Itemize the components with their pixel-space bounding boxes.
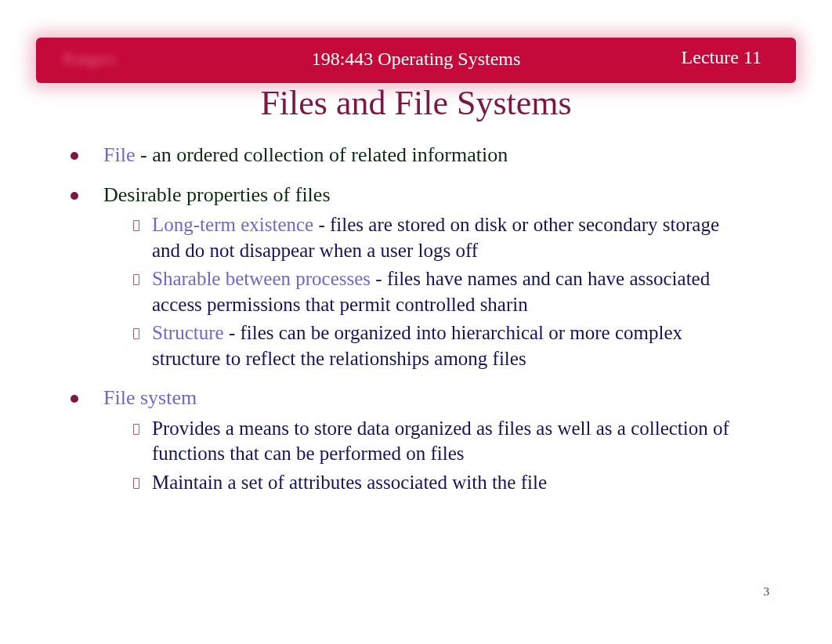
bullet-file-system: File system Provides a means to store da… [71,385,752,495]
desc-fs-provides: Provides a means to store data organized… [152,418,729,465]
bullet-desirable-properties: Desirable properties of files Long-term … [71,183,752,372]
bullet-file-definition: File - an ordered collection of related … [71,143,752,168]
sub-structure: Structure - files can be organized into … [133,320,752,371]
page-number: 3 [764,585,770,599]
heading-desirable-properties: Desirable properties of files [103,183,331,206]
slide: Rutgers 198:443 Operating Systems Lectur… [0,0,832,644]
sub-sharable: Sharable between processes - files have … [133,266,752,317]
desc-file: an ordered collection of related informa… [152,143,508,166]
header-bar: Rutgers 198:443 Operating Systems Lectur… [36,38,796,83]
sub-fs-attributes: Maintain a set of attributes associated … [133,470,752,496]
term-file: File [103,143,135,166]
sub-long-term-existence: Long-term existence - files are stored o… [133,212,752,263]
desc-structure: - files can be organized into hierarchic… [152,322,682,369]
term-long-term: Long-term existence [152,214,313,235]
term-structure: Structure [152,322,224,343]
slide-content: File - an ordered collection of related … [71,143,752,509]
slide-title: Files and File Systems [0,83,832,123]
sub-fs-provides: Provides a means to store data organized… [133,416,752,467]
sep-file: - [135,143,152,166]
term-sharable: Sharable between processes [152,268,371,289]
header-lecture-label: Lecture 11 [682,47,761,68]
desc-fs-attributes: Maintain a set of attributes associated … [152,472,547,493]
term-file-system: File system [103,386,197,409]
